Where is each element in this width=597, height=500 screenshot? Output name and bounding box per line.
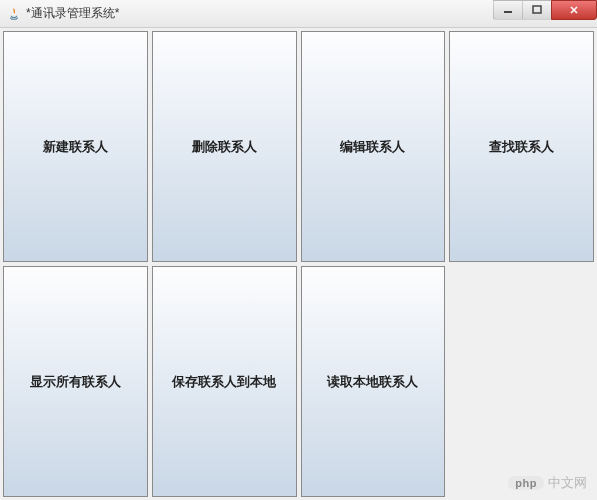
close-button[interactable] [551,0,597,20]
show-all-contacts-button[interactable]: 显示所有联系人 [3,266,148,497]
edit-contact-button[interactable]: 编辑联系人 [301,31,446,262]
window-controls [494,0,597,22]
svg-rect-1 [533,6,541,13]
load-contacts-button[interactable]: 读取本地联系人 [301,266,446,497]
minimize-button[interactable] [493,0,523,20]
window-title: *通讯录管理系统* [26,5,119,22]
save-contacts-button[interactable]: 保存联系人到本地 [152,266,297,497]
main-grid: 新建联系人 删除联系人 编辑联系人 查找联系人 显示所有联系人 保存联系人到本地… [0,28,597,500]
button-label: 编辑联系人 [340,138,405,156]
button-label: 保存联系人到本地 [172,373,276,391]
button-label: 显示所有联系人 [30,373,121,391]
button-label: 新建联系人 [43,138,108,156]
find-contact-button[interactable]: 查找联系人 [449,31,594,262]
new-contact-button[interactable]: 新建联系人 [3,31,148,262]
button-label: 查找联系人 [489,138,554,156]
watermark-text: 中文网 [548,474,587,492]
svg-rect-0 [504,11,512,13]
watermark-badge: php [508,476,544,490]
maximize-button[interactable] [522,0,552,20]
java-icon [6,6,22,22]
button-label: 删除联系人 [192,138,257,156]
titlebar: *通讯录管理系统* [0,0,597,28]
watermark: php 中文网 [508,474,587,492]
button-label: 读取本地联系人 [327,373,418,391]
delete-contact-button[interactable]: 删除联系人 [152,31,297,262]
